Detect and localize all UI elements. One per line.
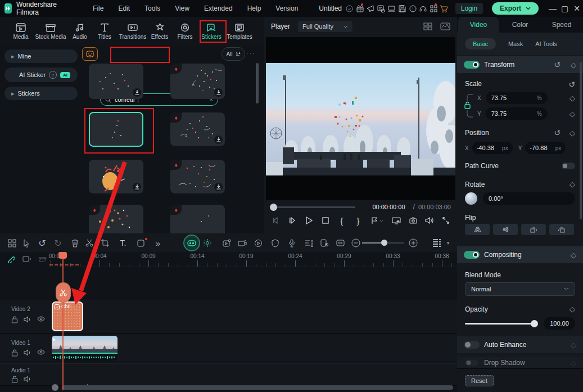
sticker-clip[interactable]: Chri...	[52, 301, 83, 331]
sticker-thumbnail[interactable]: ♦	[170, 64, 225, 99]
multi-view-icon[interactable]	[423, 22, 432, 30]
sticker-thumbnail[interactable]: ♦	[170, 160, 225, 193]
sidebar-item-ai-sticker[interactable]: AI Sticker ? AI	[4, 67, 78, 82]
motion-track-icon[interactable]	[219, 236, 234, 250]
subtab-ai-tools[interactable]: AI Tools	[535, 40, 557, 47]
share-icon[interactable]	[365, 2, 376, 15]
flip-vertical-button[interactable]	[493, 224, 518, 235]
fit-timeline-icon[interactable]	[333, 236, 347, 250]
feedback-icon[interactable]	[408, 2, 418, 15]
track-audio1[interactable]: Audio 1	[0, 363, 457, 386]
playhead-line[interactable]	[62, 252, 64, 390]
split-scissors-icon[interactable]	[82, 236, 97, 250]
marker-button[interactable]	[367, 214, 387, 227]
rotate-cw-button[interactable]	[521, 224, 546, 235]
more-tools-icon[interactable]: »	[151, 236, 165, 250]
rotate-dial[interactable]	[465, 192, 477, 205]
mute-speaker-icon[interactable]	[24, 316, 31, 323]
snapshot-camera-button[interactable]	[406, 214, 421, 227]
tab-speed[interactable]: Speed	[541, 17, 582, 33]
keyframe-icon[interactable]: ◇	[570, 180, 575, 188]
keyframe-icon[interactable]: ◇	[570, 305, 575, 313]
zoom-slider[interactable]	[362, 242, 404, 244]
scale-lock-icon[interactable]	[464, 101, 471, 109]
tab-filters[interactable]: Filters	[172, 19, 198, 44]
magnet-snap-icon[interactable]	[38, 255, 47, 262]
lock-icon[interactable]	[11, 349, 18, 357]
menu-help[interactable]: Help	[240, 4, 269, 12]
subtab-basic[interactable]: Basic	[465, 38, 496, 49]
play-button[interactable]	[301, 214, 316, 227]
position-y-input[interactable]: -70.88 px	[525, 142, 566, 154]
shield-icon[interactable]	[268, 236, 282, 250]
mark-out-button[interactable]: }	[351, 214, 365, 227]
tab-effects[interactable]: Effects	[147, 19, 172, 44]
device-preview-icon[interactable]	[317, 236, 332, 250]
zoom-out-button[interactable]	[349, 236, 363, 250]
timeline-ruler[interactable]: 00:00 00:04 00:09 00:14 00:19 00:24 00:2…	[48, 252, 457, 267]
sticker-thumbnail[interactable]: ♦	[170, 112, 225, 146]
fullscreen-button[interactable]	[439, 214, 453, 227]
insert-mode-icon[interactable]	[22, 255, 31, 263]
panel-scrollbar[interactable]	[580, 62, 582, 219]
volume-button[interactable]	[422, 214, 437, 227]
opacity-slider[interactable]	[465, 323, 537, 325]
download-icon[interactable]	[214, 88, 223, 97]
reset-transform-icon[interactable]: ↺	[554, 60, 561, 69]
auto-enhance-toggle[interactable]	[464, 341, 480, 349]
zoom-in-button[interactable]	[406, 236, 421, 250]
timeline-scroll-thumb[interactable]	[52, 384, 58, 391]
scale-x-input[interactable]: 73.75 %	[486, 92, 548, 104]
flip-horizontal-button[interactable]	[465, 224, 490, 235]
save-icon[interactable]	[397, 2, 408, 15]
timeline-scrollbar[interactable]	[62, 385, 453, 390]
stop-button[interactable]	[318, 214, 333, 227]
render-preview-icon[interactable]	[251, 236, 265, 250]
eye-icon[interactable]	[37, 349, 45, 355]
display-mode-button[interactable]	[389, 214, 404, 227]
support-headset-icon[interactable]	[418, 2, 428, 15]
menu-view[interactable]: View	[168, 4, 197, 12]
position-x-input[interactable]: -40.38 px	[472, 142, 513, 154]
lock-icon[interactable]	[11, 316, 18, 323]
delete-icon[interactable]	[67, 236, 82, 250]
tab-transitions[interactable]: Transitions	[117, 19, 148, 44]
tab-stock-media[interactable]: Stock Media	[35, 19, 66, 44]
keyframe-icon[interactable]: ◇	[571, 251, 576, 259]
lock-icon[interactable]	[11, 376, 18, 383]
sticker-thumbnail[interactable]	[89, 64, 143, 99]
reset-scale-icon[interactable]: ↺	[568, 80, 575, 89]
playhead-handle[interactable]	[58, 252, 67, 259]
tab-templates[interactable]: Templates	[225, 19, 254, 44]
download-icon[interactable]	[133, 183, 141, 191]
track-video2[interactable]: Video 2 Chri...	[0, 300, 457, 334]
subtab-mask[interactable]: Mask	[508, 40, 523, 47]
blend-mode-dropdown[interactable]: Normal	[465, 282, 575, 296]
tab-audio[interactable]: Audio	[67, 19, 92, 44]
rotate-input[interactable]: 0.00°	[483, 192, 575, 205]
quality-dropdown[interactable]: Full Quality	[298, 21, 352, 32]
sticker-thumbnail[interactable]: ♦	[170, 205, 225, 233]
library-scrollbar[interactable]	[256, 63, 259, 103]
gift-icon[interactable]	[355, 2, 365, 15]
text-tool-icon[interactable]: T.	[116, 236, 130, 250]
split-at-playhead-button[interactable]	[56, 282, 71, 303]
ai-assistant-icon[interactable]	[184, 236, 199, 250]
layout-grid-icon[interactable]	[4, 236, 19, 250]
mask-tool-icon[interactable]	[134, 236, 148, 250]
record-screen-icon[interactable]	[235, 236, 250, 250]
store-cart-icon[interactable]	[439, 2, 450, 15]
scale-y-input[interactable]: 73.75 %	[486, 107, 548, 120]
seek-bar[interactable]	[271, 206, 355, 208]
device-icon[interactable]	[386, 2, 397, 15]
undo-icon[interactable]: ↺	[35, 236, 49, 250]
download-icon[interactable]	[214, 136, 223, 144]
drop-shadow-toggle[interactable]	[466, 359, 478, 366]
auto-ripple-link-icon[interactable]	[7, 255, 15, 263]
download-icon[interactable]	[133, 88, 141, 97]
keyframe-icon[interactable]: ◇	[570, 129, 575, 137]
menu-file[interactable]: File	[85, 4, 111, 12]
crop-icon[interactable]	[98, 236, 112, 250]
menu-edit[interactable]: Edit	[111, 4, 137, 12]
close-button[interactable]: ✕	[571, 0, 583, 17]
